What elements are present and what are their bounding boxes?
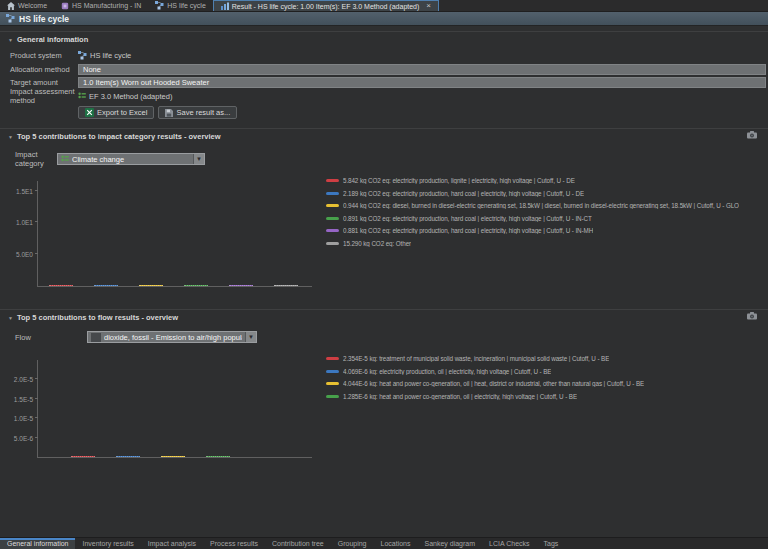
editor-tab-hs-manufacturing-in[interactable]: HS Manufacturing - IN: [54, 0, 148, 11]
bar-slot: [263, 285, 308, 286]
bar-heat-and-power-co-generation-o: [161, 456, 185, 457]
page-tab-lcia-checks[interactable]: LCIA Checks: [482, 538, 536, 549]
flow-select[interactable]: dioxide, fossil - Emission to air/high p…: [87, 331, 257, 343]
editor-tab-hs-life-cycle[interactable]: HS life cycle: [148, 0, 213, 11]
y-tick-label: 2.0E-5: [14, 376, 33, 383]
bar-slot: [38, 285, 83, 286]
page-tab-inventory-results[interactable]: Inventory results: [75, 538, 140, 549]
section-title: Top 5 contributions to impact category r…: [17, 132, 221, 141]
result-page-tabs: General informationInventory resultsImpa…: [0, 537, 768, 549]
y-tick-mark: [35, 190, 38, 191]
excel-icon: [85, 108, 94, 117]
section-impact-contributions: ▼ Top 5 contributions to impact category…: [0, 128, 768, 143]
bar-slot: [218, 285, 263, 286]
product-system-icon: [155, 1, 164, 10]
bar-other: [274, 285, 298, 286]
editor-tab-bar: WelcomeHS Manufacturing - INHS life cycl…: [0, 0, 768, 12]
legend-item: 15.290 kg CO2 eq: Other: [326, 240, 739, 247]
save-result-button[interactable]: Save result as...: [158, 106, 237, 119]
bar-slot: [61, 456, 106, 457]
y-tick-mark: [35, 417, 38, 418]
legend-label: 2.354E-5 kg: treatment of municipal soli…: [343, 355, 609, 362]
close-icon[interactable]: ×: [426, 2, 431, 10]
section-general-information: ▼ General information: [0, 31, 768, 46]
bar-electricity-production-oil-ele: [116, 456, 140, 457]
export-to-excel-button[interactable]: Export to Excel: [78, 106, 154, 119]
y-tick-label: 1.0E1: [16, 219, 33, 226]
save-image-camera-icon[interactable]: [747, 131, 757, 139]
page-tab-impact-analysis[interactable]: Impact analysis: [141, 538, 203, 549]
y-tick-mark: [35, 253, 38, 254]
section-title: General information: [17, 35, 88, 44]
legend-label: 4.069E-6 kg: electricity production, oil…: [343, 368, 551, 375]
process-icon: [61, 2, 69, 10]
editor-title-bar: HS life cycle: [0, 12, 768, 26]
impact-category-icon: [61, 155, 69, 163]
target-amount-label: Target amount: [10, 78, 78, 87]
chevron-down-icon[interactable]: ▼: [245, 332, 256, 342]
legend-label: 4.044E-6 kg: heat and power co-generatio…: [343, 380, 644, 387]
bar-diesel-burned-in-diesel-electr: [139, 285, 163, 286]
collapse-triangle-icon[interactable]: ▼: [8, 134, 13, 140]
impact-category-select[interactable]: Climate change ▼: [57, 153, 205, 165]
legend-item: 2.189 kg CO2 eq: electricity production,…: [326, 190, 739, 197]
legend-item: 0.891 kg CO2 eq: electricity production,…: [326, 215, 739, 222]
impact-method-label: Impact assessment method: [10, 87, 78, 105]
general-information-form: Product system HS life cycle Allocation …: [0, 46, 768, 123]
editor-tab-welcome[interactable]: Welcome: [0, 0, 54, 11]
bar-slot: [106, 456, 151, 457]
legend-label: 0.891 kg CO2 eq: electricity production,…: [343, 215, 592, 222]
page-title: HS life cycle: [19, 14, 69, 24]
impact-category-row: Impact category Climate change ▼: [0, 150, 768, 168]
impact-contributions-chart: 1.5E11.0E15.0E0 5.842 kg CO2 eq: electri…: [37, 168, 768, 287]
bar-slot: [83, 285, 128, 286]
legend-item: 1.285E-6 kg: heat and power co-generatio…: [326, 393, 644, 400]
legend-swatch: [326, 382, 339, 385]
page-tab-process-results[interactable]: Process results: [203, 538, 265, 549]
save-result-label: Save result as...: [176, 108, 230, 117]
page-tab-locations[interactable]: Locations: [374, 538, 418, 549]
y-tick-mark: [35, 437, 38, 438]
section-title: Top 5 contributions to flow results - ov…: [17, 313, 178, 322]
legend-label: 0.944 kg CO2 eq: diesel, burned in diese…: [343, 202, 739, 209]
legend-swatch: [326, 395, 339, 398]
page-tab-sankey-diagram[interactable]: Sankey diagram: [417, 538, 482, 549]
bar-slot: [151, 456, 196, 457]
page-tab-tags[interactable]: Tags: [537, 538, 566, 549]
chevron-down-icon[interactable]: ▼: [193, 154, 204, 164]
collapse-triangle-icon[interactable]: ▼: [8, 37, 13, 43]
bar-slot: [173, 285, 218, 286]
legend-item: 0.944 kg CO2 eq: diesel, burned in diese…: [326, 202, 739, 209]
flow-chart-plot: 2.0E-51.5E-51.0E-55.0E-6: [37, 360, 312, 458]
target-amount-field[interactable]: 1.0 Item(s) Worn out Hooded Sweater: [78, 77, 766, 88]
impact-method-link[interactable]: EF 3.0 Method (adapted): [89, 92, 172, 101]
bar-slot: [196, 456, 241, 457]
export-to-excel-label: Export to Excel: [97, 108, 147, 117]
editor-tab-result-hs-life-cycle-1-00-item[interactable]: Result - HS life cycle: 1.00 Item(s): EF…: [213, 0, 439, 11]
allocation-method-field[interactable]: None: [78, 64, 766, 75]
y-tick-mark: [35, 378, 38, 379]
save-image-camera-icon[interactable]: [747, 312, 757, 320]
tab-label: HS life cycle: [167, 2, 206, 9]
form-row-impact-method: Impact assessment method EF 3.0 Method (…: [0, 90, 768, 104]
collapse-triangle-icon[interactable]: ▼: [8, 315, 13, 321]
page-tab-general-information[interactable]: General information: [0, 538, 75, 549]
impact-chart-legend: 5.842 kg CO2 eq: electricity production,…: [326, 168, 739, 287]
legend-swatch: [326, 357, 339, 360]
product-system-label: Product system: [10, 51, 78, 60]
bar-electricity-production-hard-co: [229, 285, 253, 286]
result-icon: [221, 2, 229, 10]
page-tab-grouping[interactable]: Grouping: [331, 538, 374, 549]
legend-label: 2.189 kg CO2 eq: electricity production,…: [343, 190, 584, 197]
product-system-icon: [6, 14, 15, 23]
legend-label: 1.285E-6 kg: heat and power co-generatio…: [343, 393, 577, 400]
legend-swatch: [326, 192, 339, 195]
legend-swatch: [326, 370, 339, 373]
result-actions: Export to Excel Save result as...: [0, 103, 768, 123]
legend-item: 2.354E-5 kg: treatment of municipal soli…: [326, 355, 644, 362]
y-tick-mark: [35, 221, 38, 222]
y-tick-mark: [35, 398, 38, 399]
product-system-link[interactable]: HS life cycle: [90, 51, 131, 60]
product-system-icon: [78, 51, 87, 60]
page-tab-contribution-tree[interactable]: Contribution tree: [265, 538, 331, 549]
